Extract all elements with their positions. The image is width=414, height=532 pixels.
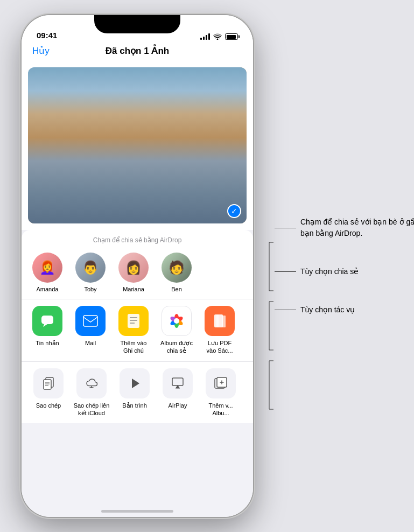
actions-section: Sao chép Sao chép liên kết iCloud <box>22 362 253 424</box>
slideshow-icon <box>120 368 150 398</box>
books-label: Lưu PDF vào Sác... <box>207 339 233 355</box>
action-airplay[interactable]: AirPlay <box>159 368 196 417</box>
svg-rect-49 <box>216 314 219 327</box>
copy-label: Sao chép <box>36 402 61 409</box>
annotation-text-share: Tùy chọn chia sẻ <box>296 266 359 277</box>
share-option-mail[interactable]: Mail <box>73 306 108 355</box>
contact-name-amanda: Amanda <box>37 286 59 292</box>
svg-rect-52 <box>44 380 51 389</box>
phone-frame: 09:41 <box>22 15 253 517</box>
airplay-label: AirPlay <box>169 402 187 409</box>
home-indicator <box>101 510 173 513</box>
svg-rect-28 <box>103 151 105 164</box>
notes-svg <box>127 313 141 328</box>
shared-album-label: Album được chia sẻ <box>160 339 193 355</box>
phone-wrapper: 09:41 <box>0 0 414 532</box>
svg-rect-35 <box>41 316 53 324</box>
contact-name-ben: Ben <box>171 286 182 292</box>
icloud-link-icon <box>76 368 107 398</box>
share-options-section: Tin nhắn Mail <box>22 299 253 362</box>
svg-rect-22 <box>216 97 224 108</box>
share-option-notes[interactable]: Thêm vào Ghi chú <box>116 306 151 355</box>
contact-amanda[interactable]: 👩‍🦰 Amanda <box>30 253 65 292</box>
svg-rect-9 <box>63 97 67 100</box>
contact-name-toby: Toby <box>84 286 96 292</box>
mail-label: Mail <box>85 339 96 347</box>
photos-icon <box>162 306 192 336</box>
photo-wrapper: ✓ <box>28 67 247 223</box>
add-album-icon <box>206 368 236 398</box>
share-option-shared-album[interactable]: Album được chia sẻ <box>159 306 194 355</box>
svg-rect-12 <box>28 180 247 223</box>
svg-rect-17 <box>184 97 192 108</box>
svg-rect-7 <box>33 97 38 100</box>
svg-rect-11 <box>63 105 67 108</box>
add-album-label: Thêm v... Albu... <box>208 402 233 417</box>
airplay-icon <box>163 368 193 398</box>
share-option-messages[interactable]: Tin nhắn <box>30 306 65 355</box>
copy-icon <box>33 368 64 398</box>
annotation-share-options: Tùy chọn chia sẻ <box>275 266 414 277</box>
action-icloud-link[interactable]: Sao chép liên kết iCloud <box>73 368 110 417</box>
airplay-svg <box>171 376 185 390</box>
svg-marker-56 <box>132 379 139 388</box>
svg-rect-4 <box>103 94 133 197</box>
annotation-text-airdrop: Chạm để chia sẻ với bạn bè ở gần bạn bằn… <box>296 216 414 239</box>
status-icons <box>200 33 238 40</box>
slideshow-label: Bản trình <box>122 402 147 409</box>
photo-image <box>28 67 247 223</box>
selection-checkmark: ✓ <box>227 204 241 218</box>
svg-rect-6 <box>40 89 44 92</box>
svg-rect-3 <box>82 83 106 197</box>
svg-rect-14 <box>211 67 247 223</box>
action-copy[interactable]: Sao chép <box>30 368 67 417</box>
svg-rect-29 <box>114 151 116 164</box>
contact-ben[interactable]: 🧑 Ben <box>159 253 194 292</box>
svg-rect-16 <box>198 78 206 89</box>
avatar-mariana: 👩 <box>118 253 149 283</box>
svg-rect-15 <box>184 78 192 89</box>
action-slideshow[interactable]: Bản trình <box>116 368 153 417</box>
mail-icon <box>75 306 106 336</box>
svg-rect-34 <box>168 151 170 164</box>
svg-point-24 <box>136 97 157 118</box>
photo-container: ✓ <box>22 63 253 230</box>
screen: Hủy Đã chọn 1 Ảnh <box>22 15 253 517</box>
share-sheet: Chạm để chia sẻ bằng AirDrop 👩‍🦰 Amanda … <box>22 230 253 423</box>
svg-rect-57 <box>172 378 183 386</box>
svg-rect-10 <box>70 97 74 100</box>
books-icon <box>205 306 235 336</box>
svg-rect-19 <box>184 116 192 127</box>
slideshow-svg <box>128 376 142 390</box>
action-add-album[interactable]: Thêm v... Albu... <box>202 368 239 417</box>
contact-toby[interactable]: 👨 Toby <box>73 253 108 292</box>
books-svg <box>212 313 227 328</box>
svg-point-25 <box>132 95 160 104</box>
icloud-link-label: Sao chép liên kết iCloud <box>74 402 110 417</box>
svg-rect-1 <box>28 78 60 197</box>
airdrop-hint: Chạm để chia sẻ bằng AirDrop <box>30 236 244 244</box>
svg-rect-50 <box>222 316 226 327</box>
share-option-books[interactable]: Lưu PDF vào Sác... <box>202 306 237 355</box>
add-album-svg <box>214 376 228 390</box>
photo-scene <box>28 67 247 223</box>
annotation-actions: Tùy chọn tác vụ <box>275 304 414 316</box>
actions-row: Sao chép Sao chép liên kết iCloud <box>30 368 244 417</box>
avatar-toby: 👨 <box>75 253 106 283</box>
battery-icon <box>225 33 238 40</box>
cancel-button[interactable]: Hủy <box>32 45 50 57</box>
annotation-text-actions: Tùy chọn tác vụ <box>296 304 355 316</box>
annotation-line-1 <box>275 228 296 228</box>
airdrop-section: Chạm để chia sẻ bằng AirDrop 👩‍🦰 Amanda … <box>22 230 253 299</box>
svg-rect-27 <box>98 151 173 153</box>
svg-rect-26 <box>140 95 153 104</box>
avatar-ben: 🧑 <box>162 253 192 283</box>
contact-mariana[interactable]: 👩 Mariana <box>116 253 151 292</box>
svg-rect-2 <box>58 89 85 197</box>
svg-rect-5 <box>33 89 38 92</box>
annotation-airdrop: Chạm để chia sẻ với bạn bè ở gần bạn bằn… <box>275 216 414 239</box>
svg-rect-13 <box>179 67 247 223</box>
notch <box>94 15 180 33</box>
notes-label: Thêm vào Ghi chú <box>121 339 147 355</box>
svg-rect-31 <box>136 151 137 164</box>
